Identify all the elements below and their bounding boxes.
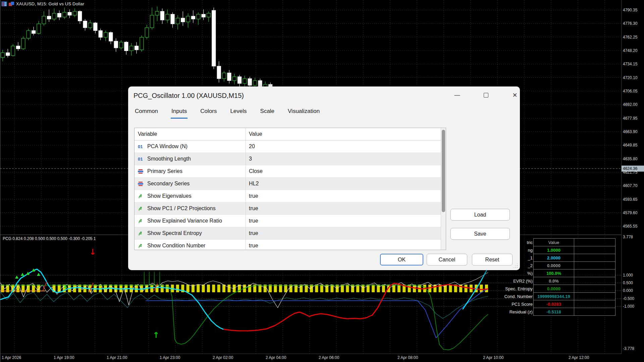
param-row[interactable]: Show Explained Variance Ratiotrue [135, 215, 446, 227]
number-input-icon: 01 [138, 144, 143, 149]
boolean-flag-icon [138, 193, 143, 199]
param-value-cell[interactable]: true [246, 243, 446, 249]
table-header-row: VariableValue [135, 128, 446, 140]
osc-scale-label: 3.778 [623, 235, 633, 239]
param-label: Primary Series [147, 168, 182, 174]
time-label: 1 Apr 23:00 [160, 355, 180, 360]
param-value-cell[interactable]: 20 [246, 143, 446, 149]
mt5-window: ↓↑ XAUUSD, M15: Gold vs US Dollar PCG 0.… [0, 0, 644, 362]
oscillator-values-label: PCG 0.824 0.208 0.500 0.500 0.500 -0.300… [3, 236, 96, 241]
parameters-table: VariableValue01PCA Window (N)2001Smoothi… [134, 128, 446, 250]
ok-button[interactable]: OK [380, 254, 423, 265]
param-value-cell[interactable]: 3 [246, 156, 446, 162]
time-label: 2 Apr 12:00 [569, 355, 589, 360]
resize-grip[interactable] [512, 262, 518, 268]
param-row[interactable]: 01Smoothing Length3 [135, 153, 446, 165]
metric-label: Residual (z) [490, 308, 534, 316]
price-label: 4677.95 [623, 116, 637, 121]
price-axis[interactable]: 4790.354776.304762.254748.204734.154720.… [621, 0, 644, 354]
dialog-tabs: CommonInputsColorsLevelsScaleVisualizati… [134, 105, 332, 119]
metrics-row: %)100.0% [490, 269, 615, 277]
param-variable-cell: Show Spectral Entropy [135, 227, 246, 239]
param-row[interactable]: 01PCA Window (N)20 [135, 140, 446, 153]
param-label: PCA Window (N) [147, 143, 187, 149]
maximize-button[interactable] [481, 90, 491, 100]
metric-value: 1.0000 [533, 246, 574, 254]
tab-levels[interactable]: Levels [229, 105, 247, 119]
metric-extra-cell [574, 246, 615, 254]
param-value-cell[interactable]: true [246, 230, 446, 236]
close-icon[interactable]: ✕ [510, 90, 520, 100]
header-variable: Variable [135, 128, 246, 140]
minimize-button[interactable]: — [452, 90, 462, 100]
price-label: 4593.65 [623, 197, 637, 202]
param-value-cell[interactable]: HL2 [246, 181, 446, 187]
metrics-row: Residual (z)-0.5118 [490, 308, 615, 316]
param-value-cell[interactable]: true [246, 218, 446, 224]
tab-colors[interactable]: Colors [200, 105, 217, 119]
cancel-button[interactable]: Cancel [427, 254, 467, 265]
price-series-icon [138, 169, 143, 174]
osc-scale-label: 1.000 [623, 273, 633, 278]
metrics-row: Spec. Entropy0.0000 [490, 285, 615, 293]
boolean-flag-icon [138, 243, 143, 248]
tab-common[interactable]: Common [134, 105, 159, 119]
param-row[interactable]: Primary SeriesClose [135, 165, 446, 178]
param-row[interactable]: Show Eigenvaluestrue [135, 190, 446, 202]
price-label: 4720.10 [623, 75, 637, 80]
param-label: Show Eigenvalues [147, 193, 192, 199]
boolean-flag-icon [138, 206, 143, 211]
number-input-icon: 01 [138, 157, 143, 162]
param-variable-cell: 01Smoothing Length [135, 153, 246, 165]
metric-value: 0.0% [533, 277, 574, 285]
tab-inputs[interactable]: Inputs [171, 105, 187, 119]
load-button[interactable]: Load [450, 209, 510, 221]
param-variable-cell: Show Condition Number [135, 240, 246, 250]
param-value-cell[interactable]: true [246, 205, 446, 212]
param-label: Show PC1 / PC2 Projections [147, 205, 216, 212]
chart-header: XAUUSD, M15: Gold vs US Dollar [1, 1, 84, 6]
scrollbar-thumb[interactable] [442, 130, 445, 212]
chart-windows-icon[interactable] [9, 1, 14, 6]
metrics-header-extra [574, 238, 615, 246]
metric-value: -0.5118 [533, 308, 574, 316]
param-row[interactable]: Show Condition Numbertrue [135, 240, 446, 250]
param-row[interactable]: Show PC1 / PC2 Projectionstrue [135, 202, 446, 215]
param-row[interactable]: Secondary SeriesHL2 [135, 178, 446, 190]
metric-extra-cell [574, 254, 615, 262]
indicator-properties-dialog: PCG_Oscillator 1.00 (XAUUSD,M15) — ✕ Com… [128, 86, 520, 270]
metric-label: PC1 Score [490, 300, 534, 308]
time-axis[interactable]: 1 Apr 20261 Apr 19:001 Apr 21:001 Apr 23… [0, 354, 622, 362]
param-label: Show Condition Number [147, 243, 205, 249]
price-label: 4762.25 [623, 35, 637, 40]
reset-button[interactable]: Reset [472, 254, 513, 265]
param-variable-cell: 01PCA Window (N) [135, 140, 246, 153]
param-value-cell[interactable]: Close [246, 168, 446, 174]
boolean-flag-icon [138, 218, 143, 224]
tab-scale[interactable]: Scale [260, 105, 275, 119]
param-icon [138, 181, 146, 186]
time-label: 2 Apr 02:00 [213, 355, 233, 360]
price-label: 4776.30 [623, 21, 637, 26]
current-price-badge: 4624.36 [622, 166, 644, 172]
tab-visualization[interactable]: Visualization [287, 105, 320, 119]
metrics-header-value: Value [533, 238, 574, 246]
osc-scale-label: -1.000 [623, 304, 634, 309]
chart-list-icon[interactable] [1, 1, 7, 6]
param-row[interactable]: Show Spectral Entropytrue [135, 227, 446, 240]
table-scrollbar[interactable] [441, 128, 446, 250]
price-label: 4565.55 [623, 224, 637, 229]
buy-signal-arrow: ↑ [153, 330, 159, 340]
save-button[interactable]: Save [450, 228, 510, 240]
metric-label: Spec. Entropy [490, 285, 534, 293]
sell-signal-arrow: ↓ [89, 247, 96, 257]
param-value-cell[interactable]: true [246, 193, 446, 199]
metric-extra-cell [574, 300, 615, 308]
param-icon [138, 218, 146, 224]
time-label: 2 Apr 10:00 [483, 355, 503, 360]
price-label: 4748.20 [623, 48, 637, 53]
param-variable-cell: Show Explained Variance Ratio [135, 215, 246, 227]
metric-value: 19999998344.19 [533, 292, 574, 300]
param-label: Show Spectral Entropy [147, 230, 202, 236]
symbol-title: XAUUSD, M15: Gold vs US Dollar [16, 1, 84, 6]
